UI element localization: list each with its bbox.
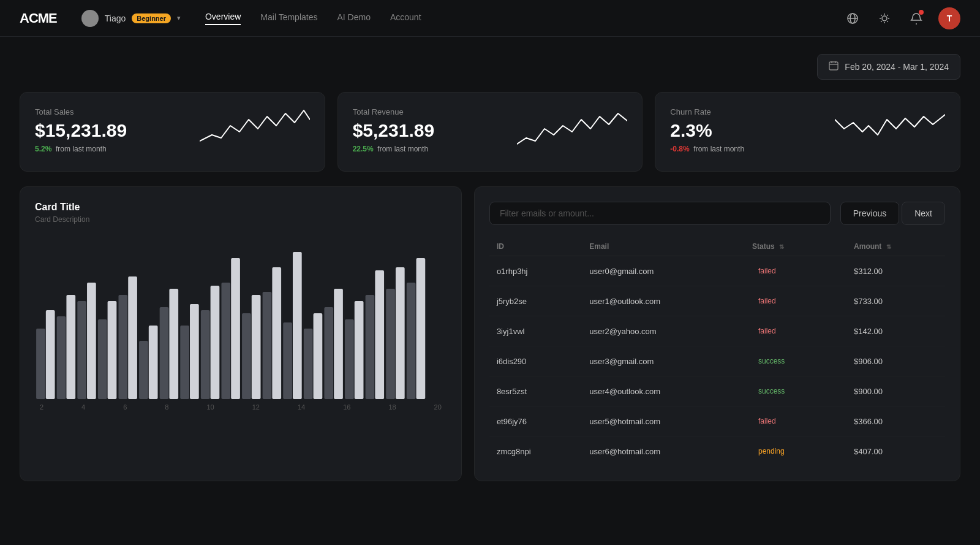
chevron-down-icon[interactable]: ▾ [177, 14, 181, 22]
svg-rect-35 [221, 283, 230, 399]
app-logo: ACME [20, 10, 57, 26]
col-header-id: ID [489, 237, 582, 256]
chart-card: Card Title Card Description [20, 186, 462, 481]
svg-rect-28 [149, 326, 158, 399]
header: ACME Tiago Beginner ▾ Overview Mail Temp… [0, 0, 980, 37]
svg-rect-23 [98, 319, 107, 399]
cell-status: success [745, 346, 846, 376]
stat-info-sales: Total Sales $15,231.89 5.2% from last mo… [35, 107, 127, 153]
col-header-status[interactable]: Status ⇅ [745, 237, 846, 256]
stat-card-total-revenue: Total Revenue $5,231.89 22.5% from last … [337, 92, 643, 172]
status-badge: success [752, 355, 791, 367]
svg-rect-33 [201, 310, 210, 399]
cell-status: failed [745, 316, 846, 346]
svg-rect-36 [231, 258, 240, 399]
nav-item-mail-templates[interactable]: Mail Templates [260, 12, 317, 25]
cell-email: user2@yahoo.com [582, 316, 745, 346]
date-range-row: Feb 20, 2024 - Mar 1, 2024 [20, 54, 960, 80]
table-row: et96jy76 user5@hotmail.com failed $366.0… [489, 406, 945, 436]
svg-line-11 [881, 21, 881, 21]
svg-rect-48 [355, 301, 364, 399]
theme-icon-button[interactable] [875, 9, 894, 28]
date-range-button[interactable]: Feb 20, 2024 - Mar 1, 2024 [817, 54, 960, 80]
cell-status: success [745, 376, 846, 406]
svg-rect-51 [386, 289, 395, 399]
svg-rect-27 [139, 341, 148, 399]
previous-button[interactable]: Previous [840, 202, 899, 225]
notification-dot [919, 10, 924, 15]
svg-rect-47 [345, 319, 354, 399]
col-header-email: Email [582, 237, 745, 256]
cell-email: user1@outlook.com [582, 286, 745, 316]
col-header-amount[interactable]: Amount ⇅ [846, 237, 945, 256]
svg-rect-34 [211, 286, 220, 399]
date-range-label: Feb 20, 2024 - Mar 1, 2024 [845, 62, 949, 72]
stat-change-percent-sales: 5.2% [35, 145, 51, 153]
svg-rect-30 [169, 289, 178, 399]
chart-card-description: Card Description [35, 215, 447, 224]
nav-item-overview[interactable]: Overview [205, 12, 241, 25]
user-avatar-small [81, 10, 99, 27]
stat-card-total-sales: Total Sales $15,231.89 5.2% from last mo… [20, 92, 325, 172]
pagination-buttons: Previous Next [840, 202, 945, 225]
svg-rect-38 [252, 295, 261, 399]
svg-rect-31 [180, 326, 189, 399]
search-input[interactable] [489, 202, 831, 225]
table-row: j5ryb2se user1@outlook.com failed $733.0… [489, 286, 945, 316]
notification-icon-button[interactable] [907, 9, 926, 28]
sparkline-sales [200, 107, 310, 152]
svg-line-8 [881, 15, 881, 15]
cell-amount: $312.00 [846, 256, 945, 286]
table-card: Previous Next ID Email Status [474, 186, 960, 481]
next-button[interactable]: Next [902, 202, 945, 225]
calendar-icon [829, 61, 839, 73]
sort-icon-amount: ⇅ [886, 243, 891, 250]
svg-rect-17 [36, 329, 45, 399]
cell-amount: $900.00 [846, 376, 945, 406]
svg-rect-37 [242, 313, 251, 399]
stat-value-sales: $15,231.89 [35, 120, 127, 141]
svg-rect-49 [366, 295, 375, 399]
svg-rect-45 [324, 307, 333, 399]
svg-line-9 [887, 21, 888, 21]
table-row: o1rhp3hj user0@gmail.com failed $312.00 [489, 256, 945, 286]
main-nav: Overview Mail Templates AI Demo Account [205, 12, 828, 25]
svg-point-3 [882, 16, 887, 21]
nav-item-ai-demo[interactable]: AI Demo [337, 12, 370, 25]
cell-id: i6dis290 [489, 346, 582, 376]
stat-cards: Total Sales $15,231.89 5.2% from last mo… [20, 92, 960, 172]
cell-amount: $407.00 [846, 436, 945, 467]
stat-value-revenue: $5,231.89 [353, 120, 434, 141]
table-row: 8esr5zst user4@outlook.com success $900.… [489, 376, 945, 406]
user-badge: Beginner [132, 13, 171, 23]
stat-change-churn: -0.8% from last month [670, 145, 744, 153]
cell-id: 3iyj1vwl [489, 316, 582, 346]
cell-email: user6@hotmail.com [582, 436, 745, 467]
header-actions: T [843, 7, 960, 29]
sparkline-churn [835, 107, 945, 152]
cell-id: 8esr5zst [489, 376, 582, 406]
table-row: zmcg8npi user6@hotmail.com pending $407.… [489, 436, 945, 467]
svg-rect-25 [118, 295, 127, 399]
stat-label-sales: Total Sales [35, 107, 127, 116]
cell-id: j5ryb2se [489, 286, 582, 316]
svg-rect-42 [293, 252, 302, 399]
cell-id: et96jy76 [489, 406, 582, 436]
svg-rect-22 [87, 283, 96, 399]
user-avatar[interactable]: T [938, 7, 960, 29]
svg-rect-44 [314, 313, 323, 399]
svg-rect-39 [263, 292, 272, 399]
status-badge: failed [752, 415, 782, 427]
status-badge: success [752, 385, 791, 397]
svg-rect-18 [46, 310, 55, 399]
nav-item-account[interactable]: Account [390, 12, 421, 25]
svg-rect-24 [108, 301, 117, 399]
user-info: Tiago Beginner ▾ [81, 10, 181, 27]
table-toolbar: Previous Next [489, 202, 945, 225]
stat-card-churn-rate: Churn Rate 2.3% -0.8% from last month [655, 92, 960, 172]
cell-id: zmcg8npi [489, 436, 582, 467]
stat-label-churn: Churn Rate [670, 107, 744, 116]
table-header: ID Email Status ⇅ Amount ⇅ [489, 237, 945, 256]
globe-icon-button[interactable] [843, 9, 862, 28]
status-badge: failed [752, 325, 782, 337]
